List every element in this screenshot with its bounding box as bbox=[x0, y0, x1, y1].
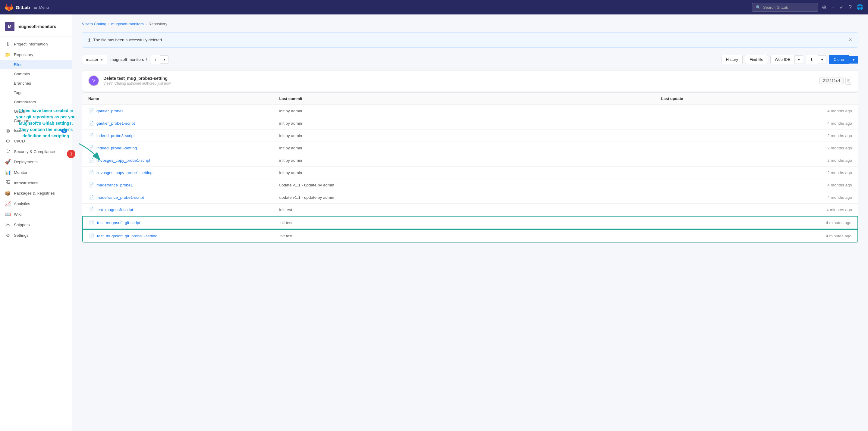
sidebar-item-contributors[interactable]: Contributors bbox=[0, 97, 72, 107]
sidebar-item-security[interactable]: 🛡 Security & Compliance bbox=[0, 146, 72, 157]
file-commit-text: init by admin bbox=[279, 170, 661, 175]
download-caret[interactable]: ▼ bbox=[818, 56, 827, 64]
sidebar-item-analytics[interactable]: 📈 Analytics bbox=[0, 198, 72, 209]
file-name-text: madefrance_probe1-script bbox=[96, 195, 144, 200]
file-link[interactable]: 📄 indeed_probe3-script bbox=[88, 133, 279, 138]
find-file-button[interactable]: Find file bbox=[745, 55, 768, 64]
file-link[interactable]: 📄 gautier_probe1-script bbox=[88, 121, 279, 126]
web-ide-button[interactable]: Web IDE bbox=[770, 55, 795, 64]
sidebar-label: CI/CD bbox=[14, 139, 67, 143]
table-row: 📄 indeed_probe3-setting init by admin 2 … bbox=[82, 142, 858, 154]
branch-selector[interactable]: master ▼ bbox=[82, 55, 107, 64]
todo-icon[interactable]: ✓ bbox=[839, 4, 844, 10]
file-name-text: madefrance_probe1 bbox=[96, 183, 133, 187]
column-name: Name bbox=[88, 96, 279, 101]
web-ide-caret[interactable]: ▼ bbox=[795, 56, 803, 64]
repo-path-name: mugnsoft-monitors bbox=[110, 57, 144, 62]
commit-author-line: Viseth Chaing authored authored just now bbox=[103, 81, 170, 86]
breadcrumb-user[interactable]: Viseth Chaing bbox=[82, 22, 106, 26]
file-link[interactable]: 📄 indeed_probe3-setting bbox=[88, 145, 279, 151]
file-icon: 📄 bbox=[88, 108, 94, 113]
sidebar-item-infrastructure[interactable]: 🏗 Infrastructure bbox=[0, 178, 72, 188]
alert-message: The file has been successfully deleted. bbox=[93, 38, 163, 42]
top-navigation: GitLab ☰ Menu 🔍 ⊕ ⑃ ✓ ? 🌐 bbox=[0, 0, 868, 14]
breadcrumb-project[interactable]: mugnsoft-monitors bbox=[111, 22, 144, 26]
column-commit: Last commit bbox=[279, 96, 661, 101]
merge-request-icon[interactable]: ⑃ bbox=[831, 4, 835, 10]
sidebar-label: Files bbox=[14, 62, 67, 67]
commit-time: authored just now bbox=[142, 81, 171, 86]
branch-name: master bbox=[86, 57, 98, 62]
file-icon: 📄 bbox=[89, 233, 95, 238]
file-icon: 📄 bbox=[88, 195, 94, 200]
sidebar-item-tags[interactable]: Tags bbox=[0, 88, 72, 97]
sidebar-item-deployments[interactable]: 🚀 Deployments bbox=[0, 157, 72, 167]
infrastructure-icon: 🏗 bbox=[5, 180, 11, 186]
menu-button[interactable]: ☰ Menu bbox=[34, 5, 49, 10]
plus-nav-icon[interactable]: ⊕ bbox=[822, 4, 827, 10]
add-file-caret[interactable]: ▼ bbox=[160, 56, 168, 64]
sidebar-item-settings[interactable]: ⚙ Settings bbox=[0, 230, 72, 241]
alert-close-button[interactable]: × bbox=[849, 37, 852, 43]
file-name-text: gautier_probe1 bbox=[96, 109, 124, 113]
app-layout: M mugnsoft-monitors ℹ Project informatio… bbox=[0, 14, 868, 431]
file-link[interactable]: 📄 test_mugnsoft-script bbox=[88, 207, 279, 212]
user-avatar-icon[interactable]: 🌐 bbox=[857, 4, 863, 10]
breadcrumb-sep-1: › bbox=[108, 22, 110, 26]
history-button[interactable]: History bbox=[721, 55, 743, 64]
project-avatar: M bbox=[5, 22, 14, 31]
analytics-icon: 📈 bbox=[5, 201, 11, 207]
table-row-highlighted-2: 📄 test_mugnsoft_git_probe1-setting init … bbox=[82, 229, 858, 242]
annotation-tooltip: 2 files have been created in your git re… bbox=[16, 107, 76, 139]
clone-group: Clone ▼ bbox=[829, 55, 858, 64]
sidebar-item-repository[interactable]: 📁 Repository bbox=[0, 49, 72, 60]
help-icon[interactable]: ? bbox=[849, 4, 852, 10]
path-navigation: mugnsoft-monitors / bbox=[110, 57, 147, 62]
file-link[interactable]: 📄 madefrance_probe1 bbox=[88, 182, 279, 188]
download-button[interactable]: ⬇ bbox=[806, 55, 818, 64]
file-date-text: 2 months ago bbox=[661, 158, 852, 163]
sidebar-item-monitor[interactable]: 📊 Monitor bbox=[0, 167, 72, 178]
sidebar-item-project-information[interactable]: ℹ Project information bbox=[0, 39, 72, 49]
sidebar-item-snippets[interactable]: ✂ Snippets bbox=[0, 220, 72, 230]
file-link[interactable]: 📄 test_mugnsoft_git-script bbox=[89, 220, 280, 225]
sidebar-item-files[interactable]: Files bbox=[0, 60, 72, 69]
sidebar-item-packages[interactable]: 📦 Packages & Registries bbox=[0, 188, 72, 198]
file-icon: 📄 bbox=[88, 170, 94, 175]
file-date-text: 4 minutes ago bbox=[661, 221, 852, 225]
sidebar-item-branches[interactable]: Branches bbox=[0, 78, 72, 88]
file-commit-text: init by admin bbox=[279, 121, 661, 126]
file-link[interactable]: 📄 test_mugnsoft_git_probe1-setting bbox=[89, 233, 280, 238]
sidebar-label: Settings bbox=[14, 233, 67, 238]
file-icon: 📄 bbox=[88, 133, 94, 138]
commit-author-name: Viseth Chaing bbox=[103, 81, 126, 86]
file-table: Name Last commit Last update 📄 gautier_p… bbox=[82, 93, 858, 243]
file-date-text: 4 minutes ago bbox=[661, 207, 852, 212]
search-input[interactable] bbox=[763, 5, 814, 10]
table-row: 📄 gautier_probe1 init by admin 4 months … bbox=[82, 105, 858, 117]
add-file-button[interactable]: + bbox=[150, 55, 161, 64]
file-link[interactable]: 📄 linvosges_copy_probe1-script bbox=[88, 158, 279, 163]
table-row: 📄 linvosges_copy_probe1-script init by a… bbox=[82, 154, 858, 167]
sidebar-item-wiki[interactable]: 📖 Wiki bbox=[0, 209, 72, 220]
info-icon: ℹ bbox=[5, 41, 11, 47]
file-icon: 📄 bbox=[88, 121, 94, 126]
download-group: ⬇ ▼ bbox=[806, 55, 827, 64]
gitlab-logo[interactable]: GitLab bbox=[5, 3, 30, 11]
global-search-bar[interactable]: 🔍 bbox=[752, 3, 818, 12]
commit-message: Delete test_mug_probe1-setting bbox=[103, 76, 170, 81]
snippets-icon: ✂ bbox=[5, 222, 11, 228]
sidebar-item-commits[interactable]: Commits bbox=[0, 69, 72, 78]
clone-caret[interactable]: ▼ bbox=[849, 56, 858, 64]
annotation-arrow-icon bbox=[73, 141, 109, 165]
file-table-container: 2 files have been created in your git re… bbox=[82, 93, 858, 243]
file-link[interactable]: 📄 linvosges_copy_probe1-setting bbox=[88, 170, 279, 175]
copy-hash-button[interactable]: ⎘ bbox=[845, 77, 852, 85]
table-row: 📄 linvosges_copy_probe1-setting init by … bbox=[82, 167, 858, 179]
clone-button[interactable]: Clone bbox=[829, 55, 849, 64]
commit-author-avatar: V bbox=[88, 75, 99, 86]
file-commit-text: init test bbox=[279, 207, 661, 212]
file-link[interactable]: 📄 gautier_probe1 bbox=[88, 108, 279, 113]
file-link[interactable]: 📄 madefrance_probe1-script bbox=[88, 195, 279, 200]
annotation-badge: 1 bbox=[67, 150, 75, 158]
